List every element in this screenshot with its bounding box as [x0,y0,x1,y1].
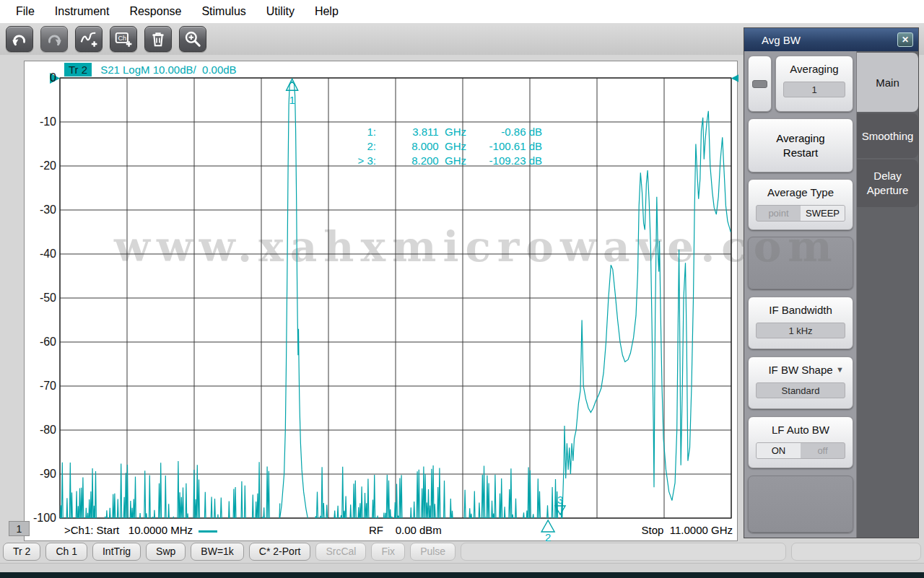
bottom-bar [0,572,924,578]
zoom-icon[interactable] [179,26,206,52]
y-tick-label: -80 [25,424,56,437]
average-type-option-sweep[interactable]: SWEEP [801,206,845,221]
redo-icon[interactable] [40,26,68,52]
y-tick-label: -20 [25,159,56,172]
menu-instrument[interactable]: Instrument [46,2,118,21]
status-ch-1[interactable]: Ch 1 [45,543,87,561]
y-tick-label: -100 [25,512,56,525]
marker-3-value: -109.23 dB [466,154,542,168]
y-tick-label: -40 [25,248,56,260]
menu-response[interactable]: Response [121,2,190,21]
marker-1-value: -0.86 dB [466,125,542,139]
if-bandwidth-label: IF Bandwidth [749,304,853,316]
status-swp[interactable]: Swp [146,543,186,561]
dropdown-arrow-icon[interactable]: ▼ [836,365,844,374]
if-bandwidth-button[interactable]: IF Bandwidth 1 kHz [748,297,853,349]
average-type-label: Average Type [749,186,853,198]
averaging-restart-label: Averaging Restart [768,131,833,160]
y-tick-label: 0 [25,71,56,84]
empty-button [748,237,853,289]
averaging-button[interactable]: Averaging 1 [775,56,853,112]
marker-2-frequency: 8.000 GHz [376,139,466,154]
trace-title: S21 LogM 10.00dB/ 0.00dB [100,64,236,76]
status-filler [791,543,921,561]
svg-text:1: 1 [289,94,295,106]
average-type-button[interactable]: Average Type point SWEEP [748,179,853,230]
marker-readout: 1:3.811 GHz-0.86 dB2:8.000 GHz-100.61 dB… [344,125,542,168]
plot-area: Tr 2 S21 LogM 10.00dB/ 0.00dB 0-10-20-30… [24,61,738,541]
svg-text:Ch: Ch [118,35,126,42]
status-srccal[interactable]: SrcCal [315,543,366,561]
average-type-option-point[interactable]: point [757,206,801,221]
marker-1-id: 1: [344,125,376,139]
marker-3-id: > 3: [344,154,376,168]
lf-auto-bw-option-on[interactable]: ON [757,443,801,458]
status-filler [461,543,786,561]
tab-delay-aperture[interactable]: Delay Aperture [857,159,918,207]
add-trace-icon[interactable] [75,26,103,52]
average-type-toggle[interactable]: point SWEEP [756,205,845,222]
averaging-value[interactable]: 1 [783,82,845,97]
menu-help[interactable]: Help [306,2,347,21]
start-frequency-label: >Ch1: Start 10.0000 MHz [64,524,217,536]
panel-body: Averaging 1 Averaging Restart Average Ty… [744,51,918,538]
averaging-led-icon [752,80,767,88]
marker-2-id: 2: [344,139,376,154]
empty-button [748,476,853,533]
status-c-2-port[interactable]: C* 2-Port [249,543,311,561]
status-bar: Tr 2Ch 1IntTrigSwpBW=1kC* 2-PortSrcCalFi… [3,542,921,561]
panel-tabs: MainSmoothingDelay Aperture [857,51,918,538]
status-bw-1k[interactable]: BW=1k [191,543,244,561]
if-bw-shape-button[interactable]: IF BW Shape ▼ Standard [748,356,853,409]
y-tick-label: -30 [25,203,56,216]
menu-file[interactable]: File [7,2,43,21]
status-tr-2[interactable]: Tr 2 [3,543,40,561]
close-icon[interactable]: ✕ [897,32,913,47]
menu-utility[interactable]: Utility [258,2,303,21]
tab-main[interactable]: Main [857,53,918,112]
trace-header: Tr 2 S21 LogM 10.00dB/ 0.00dB [64,63,237,76]
y-tick-label: -50 [25,292,56,305]
panel-titlebar[interactable]: Avg BW [744,28,918,51]
if-bandwidth-value[interactable]: 1 kHz [756,323,845,338]
status-inttrig[interactable]: IntTrig [92,543,141,561]
trace-badge[interactable]: Tr 2 [64,63,92,76]
lf-auto-bw-button[interactable]: LF Auto BW ON off [748,416,853,468]
tab-smoothing[interactable]: Smoothing [857,113,918,158]
y-tick-label: -60 [25,336,56,349]
menu-stimulus[interactable]: Stimulus [193,2,254,21]
lower-strip [0,563,924,572]
menu-bar: FileInstrumentResponseStimulusUtilityHel… [0,0,924,23]
avg-bw-panel: Avg BW ✕ Averaging 1 Averaging Restart A… [744,27,919,538]
status-fix[interactable]: Fix [371,543,405,561]
status-pulse[interactable]: Pulse [410,543,456,561]
panel-controls: Averaging 1 Averaging Restart Average Ty… [744,51,857,538]
averaging-toggle-button[interactable] [748,56,772,112]
svg-text:3: 3 [557,494,563,506]
marker-3-frequency: 8.200 GHz [376,154,466,168]
averaging-label: Averaging [776,63,853,75]
undo-icon[interactable] [6,26,33,52]
lf-auto-bw-label: LF Auto BW [749,424,853,436]
rf-power-label: RF 0.00 dBm [369,524,442,536]
y-tick-label: -90 [25,468,56,481]
lf-auto-bw-option-off[interactable]: off [801,443,845,458]
marker-2-value: -100.61 dB [466,139,542,154]
if-bw-shape-value[interactable]: Standard [756,382,845,398]
y-tick-label: -10 [25,115,56,128]
add-channel-icon[interactable]: Ch [110,26,137,52]
marker-1-frequency: 3.811 GHz [376,125,466,139]
averaging-restart-button[interactable]: Averaging Restart [748,118,853,172]
stimulus-footer: >Ch1: Start 10.0000 MHz RF 0.00 dBm Stop… [25,524,738,540]
panel-title: Avg BW [762,34,801,46]
y-tick-label: -70 [25,380,56,393]
trace-color-dash-icon [199,530,217,533]
stop-frequency-label: Stop 11.0000 GHz [642,524,733,536]
lf-auto-bw-toggle[interactable]: ON off [756,442,845,459]
delete-icon[interactable] [144,26,172,52]
